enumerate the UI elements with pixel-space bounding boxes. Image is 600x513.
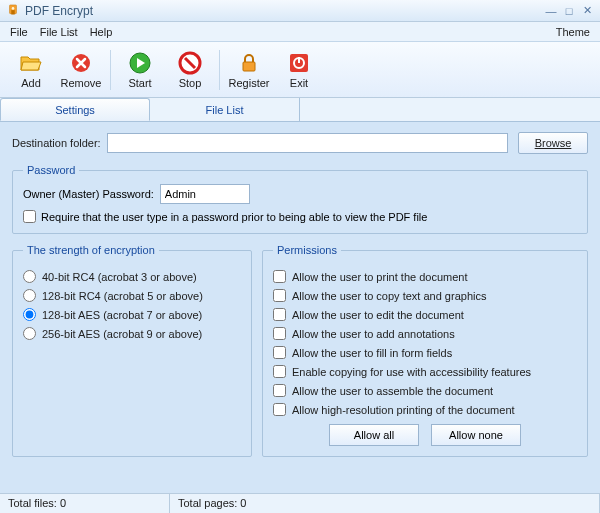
toolbar-separator — [219, 50, 220, 90]
perm-formfields[interactable]: Allow the user to fill in form fields — [273, 346, 577, 359]
settings-panel: Destination folder: Browse Password Owne… — [0, 122, 600, 467]
close-button[interactable]: ✕ — [580, 4, 594, 18]
add-button[interactable]: Add — [6, 45, 56, 95]
status-total-pages: Total pages: 0 — [170, 494, 600, 513]
folder-open-icon — [19, 51, 43, 75]
menu-bar: File File List Help Theme — [0, 22, 600, 42]
perm-annotations[interactable]: Allow the user to add annotations — [273, 327, 577, 340]
tab-bar: Settings File List — [0, 98, 600, 122]
lock-icon — [237, 51, 261, 75]
svg-point-2 — [12, 7, 15, 10]
app-title: PDF Encrypt — [25, 4, 540, 18]
strength-option-2[interactable]: 128-bit AES (acrobat 7 or above) — [23, 308, 241, 321]
destination-label: Destination folder: — [12, 137, 101, 149]
exit-button[interactable]: Exit — [274, 45, 324, 95]
toolbar-separator — [110, 50, 111, 90]
menu-help[interactable]: Help — [84, 24, 119, 40]
stop-icon — [178, 51, 202, 75]
strength-option-1[interactable]: 128-bit RC4 (acrobat 5 or above) — [23, 289, 241, 302]
status-total-files: Total files: 0 — [0, 494, 170, 513]
menu-theme[interactable]: Theme — [550, 24, 596, 40]
svg-rect-6 — [243, 62, 255, 71]
allow-none-button[interactable]: Allow none — [431, 424, 521, 446]
play-icon — [128, 51, 152, 75]
destination-input[interactable] — [107, 133, 508, 153]
title-bar: PDF Encrypt — □ ✕ — [0, 0, 600, 22]
toolbar: Add Remove Start Stop Register Exit — [0, 42, 600, 98]
tab-settings[interactable]: Settings — [0, 98, 150, 121]
power-icon — [287, 51, 311, 75]
remove-button[interactable]: Remove — [56, 45, 106, 95]
permissions-group: Permissions Allow the user to print the … — [262, 244, 588, 457]
owner-password-input[interactable] — [160, 184, 250, 204]
register-button[interactable]: Register — [224, 45, 274, 95]
destination-row: Destination folder: Browse — [12, 132, 588, 154]
menu-filelist[interactable]: File List — [34, 24, 84, 40]
password-group: Password Owner (Master) Password: Requir… — [12, 164, 588, 234]
start-button[interactable]: Start — [115, 45, 165, 95]
delete-icon — [69, 51, 93, 75]
perm-print[interactable]: Allow the user to print the document — [273, 270, 577, 283]
strength-legend: The strength of encryption — [23, 244, 159, 256]
perm-assemble[interactable]: Allow the user to assemble the document — [273, 384, 577, 397]
minimize-button[interactable]: — — [544, 4, 558, 18]
perm-highres-print[interactable]: Allow high-resolution printing of the do… — [273, 403, 577, 416]
owner-password-label: Owner (Master) Password: — [23, 188, 154, 200]
perm-copy[interactable]: Allow the user to copy text and graphics — [273, 289, 577, 302]
svg-rect-1 — [11, 10, 15, 14]
browse-button[interactable]: Browse — [518, 132, 588, 154]
strength-option-0[interactable]: 40-bit RC4 (acrobat 3 or above) — [23, 270, 241, 283]
strength-option-3[interactable]: 256-bit AES (acrobat 9 or above) — [23, 327, 241, 340]
encryption-strength-group: The strength of encryption 40-bit RC4 (a… — [12, 244, 252, 457]
status-bar: Total files: 0 Total pages: 0 — [0, 493, 600, 513]
menu-file[interactable]: File — [4, 24, 34, 40]
permissions-legend: Permissions — [273, 244, 341, 256]
stop-button[interactable]: Stop — [165, 45, 215, 95]
password-legend: Password — [23, 164, 79, 176]
app-icon — [6, 4, 20, 18]
require-password-checkbox[interactable]: Require that the user type in a password… — [23, 210, 577, 223]
perm-edit[interactable]: Allow the user to edit the document — [273, 308, 577, 321]
perm-accessibility[interactable]: Enable copying for use with accessibilit… — [273, 365, 577, 378]
allow-all-button[interactable]: Allow all — [329, 424, 419, 446]
maximize-button[interactable]: □ — [562, 4, 576, 18]
tab-filelist[interactable]: File List — [150, 98, 300, 121]
